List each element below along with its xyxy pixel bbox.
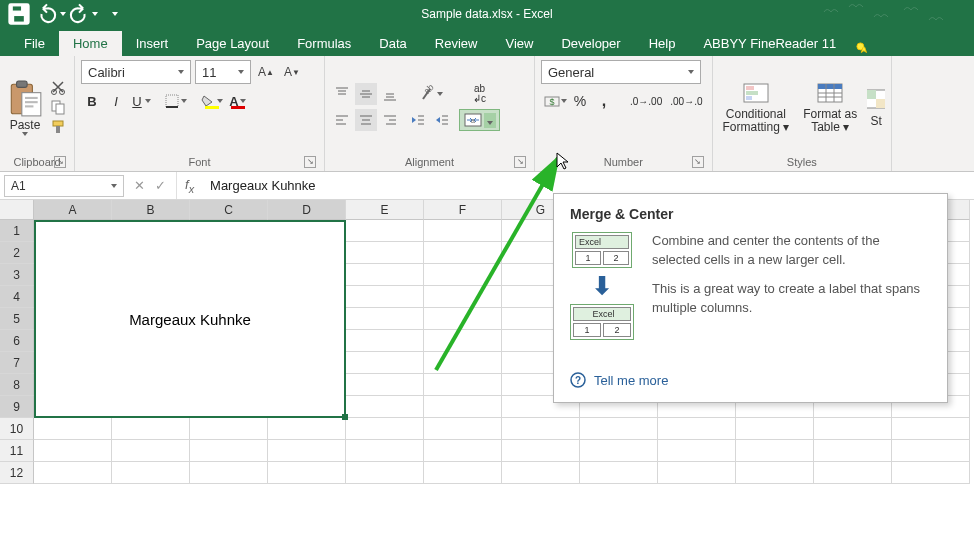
cell-A10[interactable] <box>34 418 112 440</box>
cell-C12[interactable] <box>190 462 268 484</box>
format-as-table-button[interactable]: Format asTable ▾ <box>799 80 861 134</box>
cell-H11[interactable] <box>580 440 658 462</box>
cell-G11[interactable] <box>502 440 580 462</box>
cell-C11[interactable] <box>190 440 268 462</box>
merge-center-button[interactable]: a <box>459 109 500 131</box>
cell-H12[interactable] <box>580 462 658 484</box>
align-center-icon[interactable] <box>355 109 377 131</box>
column-header-A[interactable]: A <box>34 200 112 220</box>
row-header-8[interactable]: 8 <box>0 374 34 396</box>
cell-E3[interactable] <box>346 264 424 286</box>
alignment-dialog-launcher[interactable]: ↘ <box>514 156 526 168</box>
cell-F2[interactable] <box>424 242 502 264</box>
select-all-corner[interactable] <box>0 200 34 220</box>
tab-file[interactable]: File <box>10 31 59 56</box>
row-header-6[interactable]: 6 <box>0 330 34 352</box>
cell-E6[interactable] <box>346 330 424 352</box>
number-format-select[interactable]: General <box>541 60 701 84</box>
row-header-4[interactable]: 4 <box>0 286 34 308</box>
cell-D10[interactable] <box>268 418 346 440</box>
cell-K11[interactable] <box>814 440 892 462</box>
tab-formulas[interactable]: Formulas <box>283 31 365 56</box>
tab-home[interactable]: Home <box>59 31 122 56</box>
tab-help[interactable]: Help <box>635 31 690 56</box>
cell-B11[interactable] <box>112 440 190 462</box>
row-header-2[interactable]: 2 <box>0 242 34 264</box>
tell-me-more-link[interactable]: ? Tell me more <box>570 372 931 388</box>
cell-F6[interactable] <box>424 330 502 352</box>
tab-review[interactable]: Review <box>421 31 492 56</box>
cell-E5[interactable] <box>346 308 424 330</box>
row-header-9[interactable]: 9 <box>0 396 34 418</box>
cell-E2[interactable] <box>346 242 424 264</box>
align-top-icon[interactable] <box>331 83 353 105</box>
cell-E9[interactable] <box>346 396 424 418</box>
bold-button[interactable]: B <box>81 90 103 112</box>
cell-F12[interactable] <box>424 462 502 484</box>
cell-G12[interactable] <box>502 462 580 484</box>
font-color-button[interactable]: A <box>225 90 247 112</box>
paste-button[interactable]: Paste <box>6 78 44 136</box>
cell-styles-button[interactable]: St <box>867 86 885 128</box>
fill-color-button[interactable] <box>197 90 223 112</box>
cell-G10[interactable] <box>502 418 580 440</box>
column-header-E[interactable]: E <box>346 200 424 220</box>
number-dialog-launcher[interactable]: ↘ <box>692 156 704 168</box>
cell-B12[interactable] <box>112 462 190 484</box>
cell-F5[interactable] <box>424 308 502 330</box>
row-header-1[interactable]: 1 <box>0 220 34 242</box>
column-header-C[interactable]: C <box>190 200 268 220</box>
cell-E7[interactable] <box>346 352 424 374</box>
column-header-B[interactable]: B <box>112 200 190 220</box>
merged-cell-a1-d9[interactable]: Margeaux Kuhnke <box>34 220 346 418</box>
cell-I11[interactable] <box>658 440 736 462</box>
cell-F3[interactable] <box>424 264 502 286</box>
tab-data[interactable]: Data <box>365 31 420 56</box>
formula-input[interactable]: Margeaux Kuhnke <box>202 178 974 193</box>
font-name-select[interactable]: Calibri <box>81 60 191 84</box>
cell-J11[interactable] <box>736 440 814 462</box>
row-header-7[interactable]: 7 <box>0 352 34 374</box>
cell-H10[interactable] <box>580 418 658 440</box>
align-right-icon[interactable] <box>379 109 401 131</box>
copy-icon[interactable] <box>48 98 68 116</box>
format-painter-icon[interactable] <box>48 118 68 136</box>
cell-J12[interactable] <box>736 462 814 484</box>
tab-insert[interactable]: Insert <box>122 31 183 56</box>
underline-button[interactable]: U <box>129 90 151 112</box>
row-header-11[interactable]: 11 <box>0 440 34 462</box>
cell-F9[interactable] <box>424 396 502 418</box>
wrap-text-button[interactable]: ab↲c <box>459 83 500 105</box>
tab-view[interactable]: View <box>491 31 547 56</box>
cell-E10[interactable] <box>346 418 424 440</box>
fx-icon[interactable]: fx <box>177 177 202 195</box>
tab-abbyy[interactable]: ABBYY FineReader 11 <box>689 31 850 56</box>
decrease-decimal-icon[interactable]: .00→.0 <box>667 90 705 112</box>
cell-F11[interactable] <box>424 440 502 462</box>
cell-E1[interactable] <box>346 220 424 242</box>
cell-F7[interactable] <box>424 352 502 374</box>
cell-A11[interactable] <box>34 440 112 462</box>
redo-button[interactable] <box>72 3 94 25</box>
percent-button[interactable]: % <box>569 90 591 112</box>
cell-A12[interactable] <box>34 462 112 484</box>
font-dialog-launcher[interactable]: ↘ <box>304 156 316 168</box>
font-size-select[interactable]: 11 <box>195 60 251 84</box>
name-box[interactable]: A1 <box>4 175 124 197</box>
cell-J10[interactable] <box>736 418 814 440</box>
cell-F10[interactable] <box>424 418 502 440</box>
cell-D11[interactable] <box>268 440 346 462</box>
cell-F8[interactable] <box>424 374 502 396</box>
increase-decimal-icon[interactable]: .0→.00 <box>627 90 665 112</box>
row-header-12[interactable]: 12 <box>0 462 34 484</box>
row-header-3[interactable]: 3 <box>0 264 34 286</box>
increase-indent-icon[interactable] <box>431 109 453 131</box>
column-header-D[interactable]: D <box>268 200 346 220</box>
cell-D12[interactable] <box>268 462 346 484</box>
comma-button[interactable]: , <box>593 90 615 112</box>
align-left-icon[interactable] <box>331 109 353 131</box>
clipboard-dialog-launcher[interactable]: ↘ <box>54 156 66 168</box>
cell-F4[interactable] <box>424 286 502 308</box>
cancel-formula-icon[interactable]: ✕ <box>134 178 145 193</box>
orientation-button[interactable]: ab <box>407 83 453 105</box>
